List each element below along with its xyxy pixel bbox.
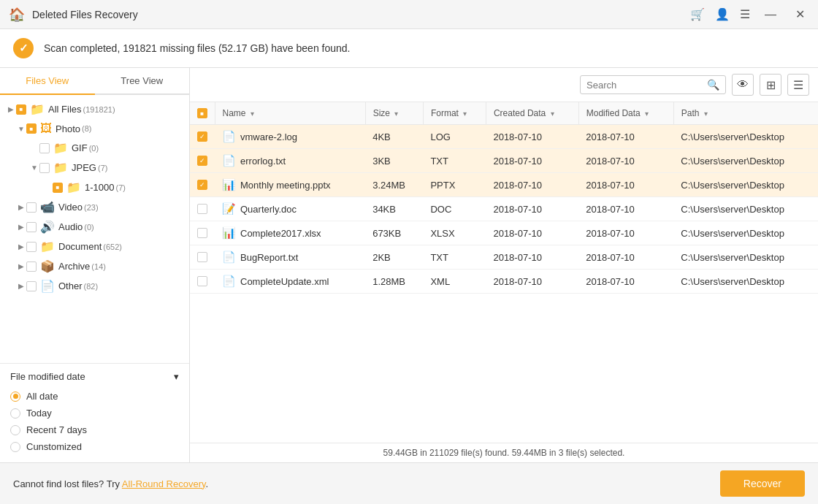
- search-input[interactable]: [586, 80, 707, 91]
- row-checkbox-1[interactable]: [197, 156, 207, 166]
- row-checkbox-5[interactable]: [197, 252, 207, 262]
- table-row: 📊 Monthly meeting.pptx 3.24MB PPTX 2018-…: [190, 173, 818, 197]
- tree-item-gif[interactable]: 📁 GIF (0): [0, 138, 189, 158]
- all-files-count: (191821): [83, 105, 115, 114]
- tab-files-view[interactable]: Files View: [0, 68, 95, 95]
- file-name-text-1: errorlog.txt: [240, 156, 286, 167]
- row-checkbox-3[interactable]: [197, 204, 207, 214]
- col-size[interactable]: Size ▾: [365, 102, 423, 125]
- filter-title[interactable]: File modified date ▾: [10, 371, 179, 382]
- document-folder-icon: 📁: [40, 240, 55, 253]
- header-select-all-checkbox[interactable]: [197, 108, 207, 118]
- radio-today[interactable]: Today: [10, 405, 179, 421]
- cell-format-2: PPTX: [423, 173, 486, 197]
- radio-all-date-label: All date: [26, 391, 58, 402]
- cell-size-3: 34KB: [365, 197, 423, 221]
- expand-video-icon[interactable]: ▶: [16, 203, 26, 211]
- file-name-text-4: Complete2017.xlsx: [240, 228, 321, 239]
- cart-icon[interactable]: 🛒: [690, 7, 705, 21]
- photo-icon: 🖼: [40, 122, 52, 135]
- file-name-text-6: CompleteUpdate.xml: [240, 276, 329, 287]
- row-checkbox-0[interactable]: [197, 131, 207, 142]
- cell-size-1: 3KB: [365, 149, 423, 173]
- jpeg-count: (7): [98, 164, 107, 172]
- expand-all-icon[interactable]: ▶: [6, 105, 16, 113]
- checkbox-gif[interactable]: [39, 143, 50, 153]
- checkbox-document[interactable]: [26, 242, 37, 252]
- tree-item-1-1000[interactable]: 📁 1-1000 (7): [0, 177, 189, 197]
- radio-all-date-circle[interactable]: [10, 392, 20, 402]
- size-sort-icon: ▾: [394, 110, 398, 118]
- checkbox-range[interactable]: [53, 183, 63, 193]
- list-options-button[interactable]: ☰: [787, 74, 809, 96]
- preview-button[interactable]: 👁: [732, 74, 754, 96]
- checkbox-other[interactable]: [26, 281, 37, 291]
- row-checkbox-2[interactable]: [197, 180, 207, 190]
- expand-document-icon[interactable]: ▶: [16, 243, 26, 251]
- grid-view-button[interactable]: ⊞: [760, 74, 781, 96]
- close-button[interactable]: ✕: [791, 6, 809, 23]
- checkbox-all[interactable]: [16, 104, 26, 115]
- table-row: 📄 CompleteUpdate.xml 1.28MB XML 2018-07-…: [190, 270, 818, 294]
- col-path[interactable]: Path ▾: [673, 102, 818, 125]
- radio-recent-7[interactable]: Recent 7 days: [10, 421, 179, 438]
- cell-format-5: TXT: [423, 245, 486, 270]
- tree-item-other[interactable]: ▶ 📄 Other (82): [0, 276, 189, 296]
- cell-modified-5: 2018-07-10: [578, 245, 673, 270]
- tab-tree-view[interactable]: Tree View: [95, 68, 190, 95]
- col-modified[interactable]: Modified Data ▾: [578, 102, 673, 125]
- minimize-button[interactable]: —: [760, 7, 781, 23]
- audio-label: Audio: [58, 221, 83, 232]
- sidebar: Files View Tree View ▶ 📁 All Files (1918…: [0, 68, 190, 462]
- home-icon: 🏠: [9, 7, 25, 23]
- expand-photo-icon[interactable]: ▼: [16, 125, 26, 133]
- col-format[interactable]: Format ▾: [423, 102, 486, 125]
- radio-today-circle[interactable]: [10, 408, 20, 419]
- expand-other-icon[interactable]: ▶: [16, 282, 26, 290]
- tree-item-archive[interactable]: ▶ 📦 Archive (14): [0, 256, 189, 276]
- tree-item-audio[interactable]: ▶ 🔊 Audio (0): [0, 217, 189, 237]
- radio-recent-7-circle[interactable]: [10, 425, 20, 435]
- checkbox-archive[interactable]: [26, 261, 37, 272]
- checkbox-jpeg[interactable]: [39, 163, 50, 173]
- row-checkbox-6[interactable]: [197, 276, 207, 286]
- gif-folder-icon: 📁: [53, 141, 68, 155]
- expand-archive-icon[interactable]: ▶: [16, 262, 26, 270]
- tree-item-photo[interactable]: ▼ 🖼 Photo (8): [0, 119, 189, 138]
- tree-item-jpeg[interactable]: ▼ 📁 JPEG (7): [0, 158, 189, 177]
- radio-today-label: Today: [26, 408, 52, 419]
- photo-count: (8): [82, 124, 91, 133]
- checkbox-video[interactable]: [26, 202, 37, 213]
- radio-customized[interactable]: Cunstomized: [10, 438, 179, 455]
- tree-item-video[interactable]: ▶ 📹 Video (23): [0, 197, 189, 217]
- tree-item-all[interactable]: ▶ 📁 All Files (191821): [0, 99, 189, 119]
- cell-format-4: XLSX: [423, 221, 486, 245]
- range-label: 1-1000: [85, 182, 114, 193]
- cell-size-5: 2KB: [365, 245, 423, 270]
- photo-label: Photo: [56, 123, 80, 134]
- file-type-icon-6: 📄: [222, 275, 236, 288]
- cell-size-2: 3.24MB: [365, 173, 423, 197]
- col-created[interactable]: Created Data ▾: [486, 102, 578, 125]
- user-icon[interactable]: 👤: [715, 7, 730, 21]
- expand-audio-icon[interactable]: ▶: [16, 223, 26, 231]
- checkbox-photo[interactable]: [26, 123, 37, 134]
- search-box: 🔍: [580, 75, 726, 94]
- radio-all-date[interactable]: All date: [10, 388, 179, 405]
- radio-customized-circle[interactable]: [10, 442, 20, 452]
- cell-path-5: C:\Users\server\Desktop: [673, 245, 818, 270]
- tree-item-document[interactable]: ▶ 📁 Document (652): [0, 237, 189, 256]
- cell-size-0: 4KB: [365, 125, 423, 149]
- col-name[interactable]: Name ▾: [215, 102, 365, 125]
- checkbox-audio[interactable]: [26, 222, 37, 232]
- menu-icon[interactable]: ☰: [740, 7, 750, 21]
- title-bar: 🏠 Deleted Files Recovery 🛒 👤 ☰ — ✕: [0, 0, 818, 29]
- all-round-recovery-link[interactable]: All-Round Recovery: [122, 478, 206, 489]
- bottom-text-suffix: .: [206, 478, 209, 489]
- cell-modified-3: 2018-07-10: [578, 197, 673, 221]
- recover-button[interactable]: Recover: [720, 470, 805, 497]
- row-checkbox-4[interactable]: [197, 228, 207, 238]
- expand-jpeg-icon[interactable]: ▼: [29, 164, 39, 172]
- search-icon[interactable]: 🔍: [707, 79, 719, 91]
- status-text: 59.44GB in 211029 file(s) found. 59.44MB…: [383, 448, 625, 458]
